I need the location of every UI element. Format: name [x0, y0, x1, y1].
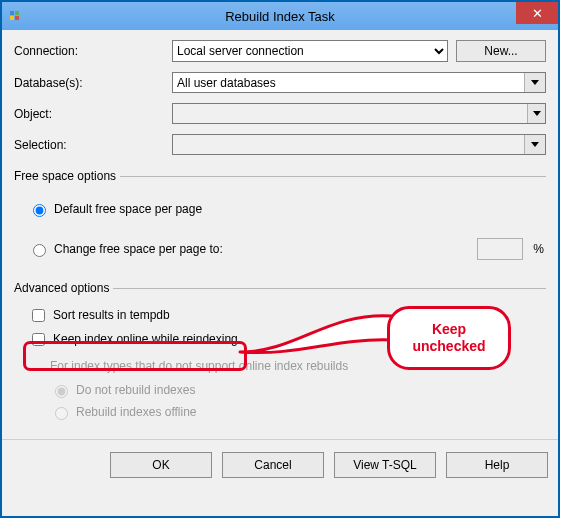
- check-keep-online-input[interactable]: [32, 333, 45, 346]
- percent-sign: %: [533, 242, 544, 256]
- title-bar: Rebuild Index Task ✕: [2, 2, 558, 30]
- databases-dropdown[interactable]: All user databases: [172, 72, 546, 93]
- svg-rect-3: [15, 16, 19, 20]
- radio-rebuild-offline: Rebuild indexes offline: [50, 401, 544, 423]
- radio-rebuild-offline-input: [55, 407, 68, 420]
- help-button[interactable]: Help: [446, 452, 548, 478]
- radio-change-freespace-input[interactable]: [33, 244, 46, 257]
- row-object: Object:: [14, 103, 546, 124]
- ok-button[interactable]: OK: [110, 452, 212, 478]
- annotation-text: Keep unchecked: [412, 321, 485, 355]
- selection-dropdown[interactable]: [172, 134, 546, 155]
- connection-label: Connection:: [14, 44, 172, 58]
- svg-rect-1: [15, 11, 19, 15]
- window-title: Rebuild Index Task: [2, 9, 558, 24]
- cancel-button[interactable]: Cancel: [222, 452, 324, 478]
- radio-default-freespace-label: Default free space per page: [54, 202, 202, 216]
- new-connection-button[interactable]: New...: [456, 40, 546, 62]
- row-databases: Database(s): All user databases: [14, 72, 546, 93]
- svg-rect-0: [10, 11, 14, 15]
- check-sort-tempdb-label: Sort results in tempdb: [53, 308, 170, 322]
- databases-value: All user databases: [177, 76, 276, 90]
- row-connection: Connection: Local server connection New.…: [14, 40, 546, 62]
- connection-dropdown[interactable]: Local server connection: [172, 40, 448, 62]
- check-sort-tempdb-input[interactable]: [32, 309, 45, 322]
- app-icon: [8, 8, 24, 24]
- object-dropdown[interactable]: [172, 103, 546, 124]
- annotation-callout: Keep unchecked: [387, 306, 511, 370]
- button-bar: OK Cancel View T-SQL Help: [2, 439, 558, 488]
- radio-rebuild-offline-label: Rebuild indexes offline: [76, 405, 197, 419]
- object-label: Object:: [14, 107, 172, 121]
- check-keep-online-label: Keep index online while reindexing: [53, 332, 238, 346]
- radio-default-freespace[interactable]: Default free space per page: [28, 197, 544, 221]
- close-button[interactable]: ✕: [516, 2, 558, 24]
- databases-label: Database(s):: [14, 76, 172, 90]
- radio-no-rebuild-label: Do not rebuild indexes: [76, 383, 195, 397]
- view-tsql-button[interactable]: View T-SQL: [334, 452, 436, 478]
- freespace-group: Free space options Default free space pe…: [14, 169, 546, 267]
- freespace-percent-input: [477, 238, 523, 260]
- close-icon: ✕: [532, 6, 543, 21]
- selection-label: Selection:: [14, 138, 172, 152]
- radio-no-rebuild: Do not rebuild indexes: [50, 379, 544, 401]
- row-selection: Selection:: [14, 134, 546, 155]
- radio-default-freespace-input[interactable]: [33, 204, 46, 217]
- freespace-legend: Free space options: [14, 169, 120, 183]
- radio-no-rebuild-input: [55, 385, 68, 398]
- chevron-down-icon: [524, 73, 545, 92]
- svg-rect-2: [10, 16, 14, 20]
- radio-change-freespace-label: Change free space per page to:: [54, 242, 223, 256]
- dialog-window: Rebuild Index Task ✕ Connection: Local s…: [0, 0, 560, 518]
- chevron-down-icon: [527, 104, 545, 123]
- radio-change-freespace[interactable]: Change free space per page to: %: [28, 237, 544, 261]
- chevron-down-icon: [524, 135, 545, 154]
- advanced-legend: Advanced options: [14, 281, 113, 295]
